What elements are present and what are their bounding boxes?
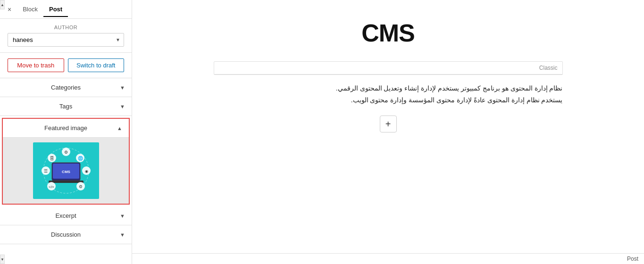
- chevron-down-icon: ▼: [120, 104, 125, 109]
- featured-image-section: Featured image ▲ CMS: [2, 118, 130, 205]
- categories-section: Categories ▼: [0, 78, 132, 97]
- chevron-up-icon: ▲: [117, 125, 122, 131]
- chevron-down-icon: ▼: [120, 85, 125, 91]
- scroll-up-arrow[interactable]: ▲: [0, 0, 5, 9]
- svg-rect-3: [49, 181, 84, 183]
- svg-text:☰: ☰: [44, 169, 48, 173]
- excerpt-section: Excerpt ▼: [0, 206, 132, 225]
- tab-block[interactable]: Block: [17, 2, 43, 16]
- status-bar: Post: [132, 253, 644, 264]
- excerpt-header[interactable]: Excerpt ▼: [0, 206, 132, 225]
- scroll-down-arrow[interactable]: ▼: [0, 255, 5, 264]
- discussion-label: Discussion: [51, 231, 81, 238]
- post-body[interactable]: نظام إدارة المحتوى هو برنامج كمبيوتر يست…: [214, 82, 563, 106]
- main-content: CMS Classic نظام إدارة المحتوى هو برنامج…: [132, 0, 644, 264]
- body-line2: يستخدم نظام إدارة المحتوى عادةً لإدارة م…: [214, 94, 563, 106]
- sidebar-tab-bar: × Block Post: [0, 0, 132, 19]
- svg-text:⚙: ⚙: [64, 150, 68, 155]
- classic-block-label: Classic: [214, 62, 562, 74]
- svg-text:</>: </>: [49, 185, 54, 189]
- add-block-button[interactable]: +: [380, 116, 397, 132]
- categories-header[interactable]: Categories ▼: [0, 78, 132, 97]
- svg-text:🗄: 🗄: [50, 156, 54, 161]
- author-section: AUTHOR hanees admin editor ▼: [0, 19, 132, 53]
- excerpt-label: Excerpt: [55, 212, 76, 219]
- classic-block: Classic: [214, 61, 563, 75]
- svg-text:CMS: CMS: [62, 170, 70, 174]
- featured-image-container: CMS ⚙ 🌐 ◉: [3, 138, 129, 204]
- chevron-down-icon: ▼: [120, 232, 125, 238]
- editor-area: CMS Classic نظام إدارة المحتوى هو برنامج…: [176, 0, 601, 253]
- author-select-wrapper: hanees admin editor ▼: [8, 33, 124, 47]
- categories-label: Categories: [51, 84, 81, 91]
- featured-image-header[interactable]: Featured image ▲: [3, 119, 129, 138]
- svg-text:🌐: 🌐: [77, 156, 83, 161]
- tags-label: Tags: [59, 103, 72, 110]
- post-title[interactable]: CMS: [214, 19, 563, 47]
- move-to-trash-button[interactable]: Move to trash: [8, 58, 64, 72]
- sidebar-content: AUTHOR hanees admin editor ▼ Move to tra…: [0, 19, 132, 264]
- chevron-down-icon: ▼: [120, 213, 125, 219]
- featured-image-label: Featured image: [44, 124, 87, 132]
- tab-post[interactable]: Post: [43, 2, 68, 16]
- discussion-header[interactable]: Discussion ▼: [0, 225, 132, 244]
- tags-section: Tags ▼: [0, 97, 132, 116]
- discussion-section: Discussion ▼: [0, 225, 132, 244]
- svg-text:◉: ◉: [84, 169, 88, 173]
- body-line1: نظام إدارة المحتوى هو برنامج كمبيوتر يست…: [214, 82, 563, 94]
- switch-to-draft-button[interactable]: Switch to draft: [68, 58, 125, 72]
- action-buttons: Move to trash Switch to draft: [0, 53, 132, 78]
- sidebar: × Block Post AUTHOR hanees admin editor …: [0, 0, 132, 264]
- author-label: AUTHOR: [8, 25, 124, 30]
- author-select[interactable]: hanees admin editor: [8, 33, 124, 47]
- status-label: Post: [627, 256, 638, 262]
- cms-illustration: CMS ⚙ 🌐 ◉: [35, 145, 97, 197]
- featured-image-box[interactable]: CMS ⚙ 🌐 ◉: [33, 142, 99, 199]
- tags-header[interactable]: Tags ▼: [0, 97, 132, 116]
- close-button[interactable]: ×: [4, 4, 15, 15]
